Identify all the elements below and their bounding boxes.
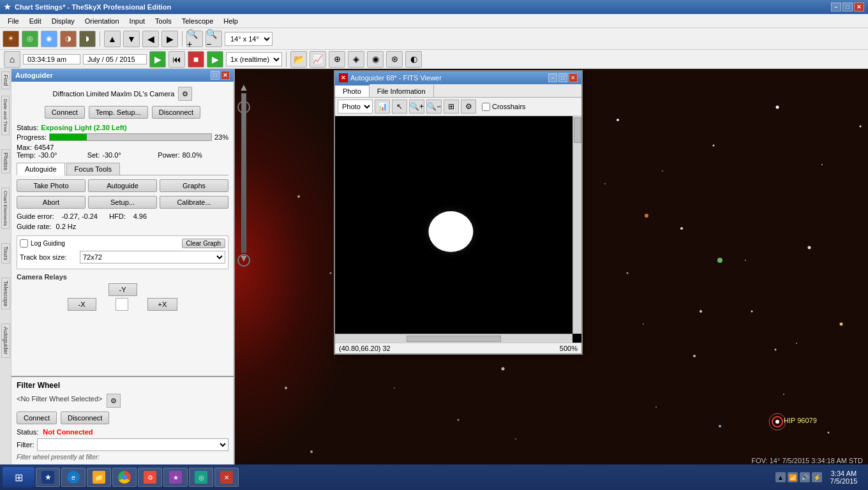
nav-down[interactable]: ▼ [123,31,140,47]
nav-left[interactable]: ◀ [142,31,159,47]
fits-restore-btn[interactable]: □ [558,73,567,82]
fits-settings-btn[interactable]: ⚙ [461,100,476,114]
fits-scrollbar-v[interactable] [572,116,581,334]
autoguider-close-btn[interactable]: ✕ [221,71,230,80]
camera-disconnect-btn[interactable]: Disconnect [152,106,200,119]
title-bar: ★ Chart Settings* - TheSkyX Professional… [0,0,868,14]
sidebar-tab-tours[interactable]: Tours [1,243,10,264]
filter-settings-btn[interactable]: ⚙ [107,394,121,408]
fits-scrollbar-h[interactable] [335,334,572,343]
clear-graph-btn[interactable]: Clear Graph [182,239,225,248]
anim-stop[interactable]: ■ [188,51,204,68]
menu-display[interactable]: Display [47,16,80,26]
fits-tab-file-info[interactable]: File Information [370,84,434,97]
camera-settings-btn[interactable]: ⚙ [178,87,192,101]
tab-focus-tools[interactable]: Focus Tools [66,163,121,175]
chart-icon-6[interactable]: ⊛ [386,51,403,68]
minimize-button[interactable]: − [831,3,841,11]
sidebar-tab-photos[interactable]: Photos [1,149,10,174]
calibrate-btn[interactable]: Calibrate... [160,196,228,209]
camera-connect-btn[interactable]: Connect [45,106,85,119]
autoguide-btn[interactable]: Autoguide [88,179,157,192]
sidebar-tab-chart[interactable]: Chart Elements [1,188,10,229]
taskbar-item-explorer[interactable]: 📁 [87,468,111,487]
taskbar-item-skymap[interactable]: ★ [36,468,60,487]
zoom-in[interactable]: 🔍+ [186,31,203,47]
close-button[interactable]: ✕ [854,3,864,11]
toolbar-icon-1[interactable]: ☀ [3,31,19,47]
relay-y-minus[interactable]: -Y [108,283,137,296]
fov-dropdown[interactable]: 14° x 14° [225,32,273,46]
filter-disconnect-btn[interactable]: Disconnect [61,412,109,424]
fits-zoom-out-btn[interactable]: 🔍− [426,100,442,114]
fits-minimize-btn[interactable]: − [548,73,557,82]
autoguider-tabs: Autoguide Focus Tools [17,163,228,175]
relay-x-plus[interactable]: +X [147,298,178,311]
chart-icon-5[interactable]: ◉ [367,51,384,68]
zoom-out[interactable]: 🔍− [206,31,222,47]
home-icon[interactable]: ⌂ [4,51,20,68]
nav-up[interactable]: ▲ [104,31,121,47]
menu-input[interactable]: Input [124,16,150,26]
filter-connect-btn[interactable]: Connect [17,412,57,424]
fits-histogram-btn[interactable]: 📊 [375,100,390,114]
sidebar-tab-find[interactable]: Find [1,71,10,89]
autoguider-panel: Autoguider □ ✕ Diffraction Limited MaxIm… [11,69,235,464]
chart-icon-1[interactable]: 📂 [290,51,307,68]
menu-orientation[interactable]: Orientation [80,16,124,26]
taskbar-item-app7[interactable]: ◎ [189,468,213,487]
sidebar-tab-telescope[interactable]: Telescope [1,278,10,310]
menu-edit[interactable]: Edit [24,16,47,26]
taskbar-item-app6[interactable]: ★ [163,468,188,487]
fits-zoom-in-btn[interactable]: 🔍+ [409,100,424,114]
setup-btn[interactable]: Setup... [88,196,157,209]
chart-icon-4[interactable]: ◈ [348,51,364,68]
relay-center [116,298,128,311]
log-guiding-checkbox[interactable] [20,239,28,248]
taskbar-item-ie[interactable]: e [61,468,86,487]
camera-temp-setup-btn[interactable]: Temp. Setup... [89,106,148,119]
menu-help[interactable]: Help [218,16,243,26]
chart-icon-7[interactable]: ◐ [405,51,422,68]
realtime-dropdown[interactable]: 1x (realtime) [226,52,282,66]
filter-select[interactable] [37,438,229,451]
taskbar-item-app5[interactable]: ⚙ [138,468,162,487]
take-photo-btn[interactable]: Take Photo [17,179,86,192]
toolbar-icon-5[interactable]: ◗ [79,31,96,47]
anim-green[interactable]: ▶ [149,51,166,68]
crosshair-checkbox[interactable] [482,103,490,111]
fits-close-btn[interactable]: ✕ [569,73,578,82]
anim-play[interactable]: ▶ [207,51,223,68]
chart-icon-2[interactable]: 📈 [310,51,326,68]
fits-tab-photo[interactable]: Photo [335,84,370,97]
toolbar-icon-3[interactable]: ◉ [41,31,57,47]
taskbar-item-chrome[interactable] [112,468,137,487]
fits-cursor-btn[interactable]: ↖ [392,100,407,114]
abort-btn[interactable]: Abort [17,196,86,209]
track-box-select[interactable]: 72x72 [80,251,225,264]
sidebar-tab-autoguider[interactable]: Autoguider [1,323,10,358]
fits-scrollbar-h-thumb[interactable] [407,336,502,342]
photo-type-dropdown[interactable]: Photo [338,100,373,114]
menu-bar: File Edit Display Orientation Input Tool… [0,14,868,28]
chart-icon-3[interactable]: ⊕ [329,51,345,68]
relay-x-minus[interactable]: -X [68,298,96,311]
menu-file[interactable]: File [3,16,24,26]
restore-button[interactable]: □ [842,3,853,11]
sidebar-tab-datetime[interactable]: Date and Time [1,96,10,135]
tab-autoguide[interactable]: Autoguide [17,163,65,175]
start-button[interactable]: ⊞ [3,467,34,487]
fits-fit-btn[interactable]: ⊞ [444,100,459,114]
menu-telescope[interactable]: Telescope [177,16,219,26]
autoguider-restore-btn[interactable]: □ [211,71,220,80]
toolbar-icon-4[interactable]: ◑ [60,31,77,47]
toolbar-icon-2[interactable]: ◎ [22,31,38,47]
autoguider-options[interactable]: Log Guiding Clear Graph Track box size: … [17,235,228,269]
nav-right[interactable]: ▶ [161,31,178,47]
menu-tools[interactable]: Tools [150,16,177,26]
anim-prev[interactable]: ⏮ [168,51,185,68]
fits-scrollbar-v-thumb[interactable] [574,117,581,143]
graphs-btn[interactable]: Graphs [160,179,228,192]
taskbar-item-app8[interactable]: ✕ [214,468,239,487]
svg-point-20 [751,311,753,313]
